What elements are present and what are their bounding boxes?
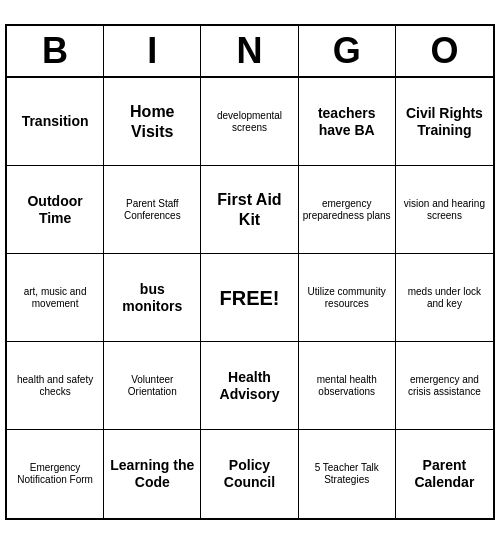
bingo-cell-17: Health Advisory: [201, 342, 298, 430]
bingo-cell-22: Policy Council: [201, 430, 298, 518]
bingo-cell-14: meds under lock and key: [396, 254, 493, 342]
bingo-cell-19: emergency and crisis assistance: [396, 342, 493, 430]
bingo-card: BINGO TransitionHome Visitsdevelopmental…: [5, 24, 495, 520]
bingo-cell-10: art, music and movement: [7, 254, 104, 342]
bingo-cell-13: Utilize community resources: [299, 254, 396, 342]
bingo-cell-20: Emergency Notification Form: [7, 430, 104, 518]
bingo-letter-o: O: [396, 26, 493, 76]
bingo-grid: TransitionHome Visitsdevelopmental scree…: [7, 78, 493, 518]
bingo-letter-g: G: [299, 26, 396, 76]
bingo-cell-23: 5 Teacher Talk Strategies: [299, 430, 396, 518]
bingo-cell-2: developmental screens: [201, 78, 298, 166]
bingo-cell-4: Civil Rights Training: [396, 78, 493, 166]
bingo-cell-12: FREE!: [201, 254, 298, 342]
bingo-cell-5: Outdoor Time: [7, 166, 104, 254]
bingo-cell-11: bus monitors: [104, 254, 201, 342]
bingo-letter-i: I: [104, 26, 201, 76]
bingo-cell-15: health and safety checks: [7, 342, 104, 430]
bingo-cell-18: mental health observations: [299, 342, 396, 430]
bingo-cell-9: vision and hearing screens: [396, 166, 493, 254]
bingo-cell-21: Learning the Code: [104, 430, 201, 518]
bingo-header: BINGO: [7, 26, 493, 78]
bingo-letter-n: N: [201, 26, 298, 76]
bingo-cell-7: First Aid Kit: [201, 166, 298, 254]
bingo-cell-1: Home Visits: [104, 78, 201, 166]
bingo-cell-24: Parent Calendar: [396, 430, 493, 518]
bingo-cell-0: Transition: [7, 78, 104, 166]
bingo-cell-3: teachers have BA: [299, 78, 396, 166]
bingo-cell-16: Volunteer Orientation: [104, 342, 201, 430]
bingo-cell-8: emergency preparedness plans: [299, 166, 396, 254]
bingo-cell-6: Parent Staff Conferences: [104, 166, 201, 254]
bingo-letter-b: B: [7, 26, 104, 76]
